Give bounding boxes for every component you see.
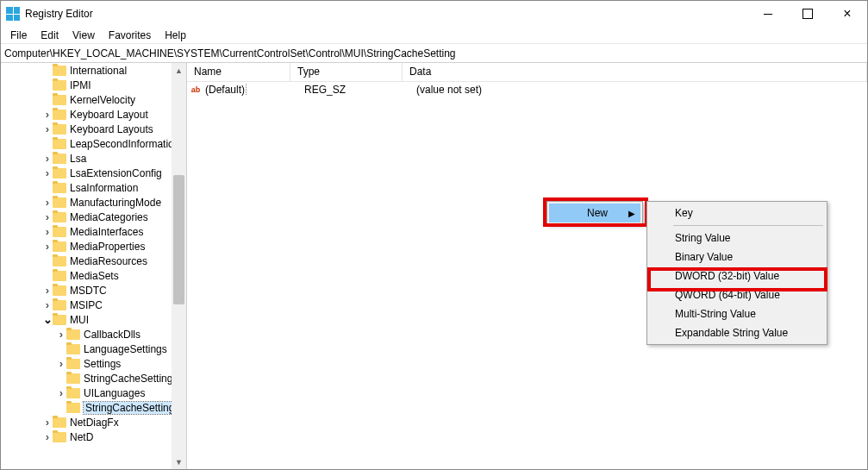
menu-help[interactable]: Help (159, 28, 192, 43)
maximize-button[interactable] (788, 1, 827, 27)
tree-item[interactable]: ›CallbackDlls (1, 327, 186, 342)
tree-item[interactable]: MediaSets (1, 268, 186, 283)
tree-item[interactable]: ›MSDTC (1, 283, 186, 298)
scroll-down-icon[interactable]: ▼ (172, 454, 186, 469)
tree-item[interactable]: StringCacheSetting (1, 400, 186, 415)
tree-item-label: Lsa (70, 153, 86, 165)
chevron-right-icon[interactable]: › (42, 212, 53, 222)
tree-item-label: MSDTC (70, 285, 107, 297)
minimize-button[interactable] (748, 1, 788, 27)
chevron-right-icon[interactable]: › (42, 300, 53, 310)
tree-item[interactable]: KernelVelocity (1, 92, 186, 107)
tree-item-label: MUI (70, 314, 89, 326)
tree-item[interactable]: LanguageSettings (1, 342, 186, 356)
chevron-right-icon[interactable]: › (42, 432, 53, 442)
tree-item[interactable]: ›MediaInterfaces (1, 224, 186, 239)
folder-icon (66, 373, 80, 384)
chevron-right-icon[interactable]: › (56, 329, 66, 340)
tree-item[interactable]: ›ManufacturingMode (1, 195, 186, 210)
context-menu-item-new[interactable]: New ▶ (549, 204, 640, 222)
list-row[interactable]: ab(Default)REG_SZ(value not set) (187, 82, 867, 97)
tree-item[interactable]: IPMI (1, 78, 186, 92)
chevron-right-icon[interactable]: › (42, 285, 53, 296)
folder-icon (53, 256, 66, 266)
chevron-right-icon[interactable]: › (42, 168, 53, 179)
tree-item[interactable]: MediaResources (1, 254, 186, 268)
chevron-down-icon[interactable]: ⌄ (42, 315, 53, 325)
tree-item-label: LsaInformation (70, 182, 138, 194)
tree-item-label: StringCacheSettings (84, 373, 178, 385)
folder-icon (53, 80, 66, 91)
tree-item-label: Settings (84, 358, 121, 370)
context-menu-item[interactable]: Expandable String Value (649, 323, 825, 342)
chevron-right-icon[interactable]: › (42, 227, 53, 237)
folder-icon (53, 227, 66, 237)
tree-item[interactable]: LsaInformation (1, 180, 186, 195)
menu-file[interactable]: File (4, 28, 33, 43)
col-header-type[interactable]: Type (290, 63, 403, 81)
string-value-icon: ab (189, 83, 203, 97)
tree-item[interactable]: International (1, 63, 186, 78)
folder-icon (53, 95, 66, 105)
chevron-right-icon[interactable]: › (42, 154, 53, 164)
tree-item[interactable]: ›UILanguages (1, 385, 186, 400)
window-controls: × (748, 1, 867, 27)
chevron-none (56, 373, 66, 384)
chevron-right-icon[interactable]: › (42, 241, 53, 252)
cell-name: (Default) (204, 84, 304, 96)
chevron-right-icon[interactable]: › (42, 197, 53, 208)
tree-item[interactable]: ›Keyboard Layout (1, 107, 186, 122)
close-button[interactable]: × (827, 1, 867, 27)
chevron-right-icon[interactable]: › (56, 388, 66, 398)
chevron-none (42, 139, 53, 149)
chevron-right-icon[interactable]: › (42, 110, 53, 120)
address-path: Computer\HKEY_LOCAL_MACHINE\SYSTEM\Curre… (4, 47, 456, 60)
context-menu-item[interactable]: DWORD (32-bit) Value (649, 266, 825, 285)
menu-view[interactable]: View (66, 28, 101, 43)
tree-item[interactable]: ›MSIPC (1, 298, 186, 312)
context-menu-item[interactable]: Key (649, 204, 825, 222)
scroll-up-icon[interactable]: ▲ (172, 63, 186, 78)
chevron-right-icon[interactable]: › (42, 124, 53, 135)
folder-icon (66, 388, 80, 398)
context-menu-item[interactable]: QWORD (64-bit) Value (649, 285, 825, 304)
tree-item[interactable]: ›LsaExtensionConfig (1, 166, 186, 180)
tree-item[interactable]: ›Keyboard Layouts (1, 122, 186, 136)
cell-type: REG_SZ (304, 84, 416, 96)
chevron-right-icon[interactable]: › (56, 359, 66, 369)
tree-item[interactable]: LeapSecondInformation (1, 136, 186, 151)
context-menu-item[interactable]: String Value (649, 229, 825, 248)
tree-item-label: StringCacheSetting (84, 402, 176, 414)
tree-item[interactable]: ›MediaProperties (1, 239, 186, 254)
address-bar[interactable]: Computer\HKEY_LOCAL_MACHINE\SYSTEM\Curre… (1, 44, 867, 63)
folder-icon (53, 432, 66, 442)
tree-item[interactable]: ›NetD (1, 429, 186, 444)
tree-item-label: MSIPC (70, 299, 103, 311)
tree-item-label: NetDiagFx (70, 417, 119, 429)
folder-icon (53, 66, 66, 76)
col-header-data[interactable]: Data (403, 63, 867, 81)
tree-item-label: ManufacturingMode (70, 197, 161, 209)
tree-item[interactable]: ›Settings (1, 356, 186, 371)
tree-item[interactable]: ›NetDiagFx (1, 415, 186, 429)
scrollbar-thumb[interactable] (173, 175, 184, 304)
col-header-name[interactable]: Name (187, 63, 290, 81)
tree-item[interactable]: StringCacheSettings (1, 371, 186, 385)
tree-item[interactable]: ⌄MUI (1, 312, 186, 327)
list-header: Name Type Data (187, 63, 867, 82)
context-menu-item[interactable]: Multi-String Value (649, 304, 825, 323)
folder-icon (66, 329, 80, 340)
chevron-none (42, 66, 53, 76)
menu-favorites[interactable]: Favorites (103, 28, 157, 43)
tree-item[interactable]: ›Lsa (1, 151, 186, 166)
registry-editor-window: Registry Editor × FileEditViewFavoritesH… (0, 0, 868, 470)
folder-icon (53, 241, 66, 252)
menu-edit[interactable]: Edit (34, 28, 65, 43)
context-menu-item[interactable]: Binary Value (649, 248, 825, 266)
folder-icon (53, 197, 66, 208)
tree-scrollbar[interactable]: ▲ ▼ (172, 63, 186, 469)
chevron-right-icon[interactable]: › (42, 417, 53, 428)
context-menu-new: New ▶ (546, 201, 643, 225)
tree-item[interactable]: ›MediaCategories (1, 210, 186, 224)
tree-item-label: MediaSets (70, 270, 119, 282)
